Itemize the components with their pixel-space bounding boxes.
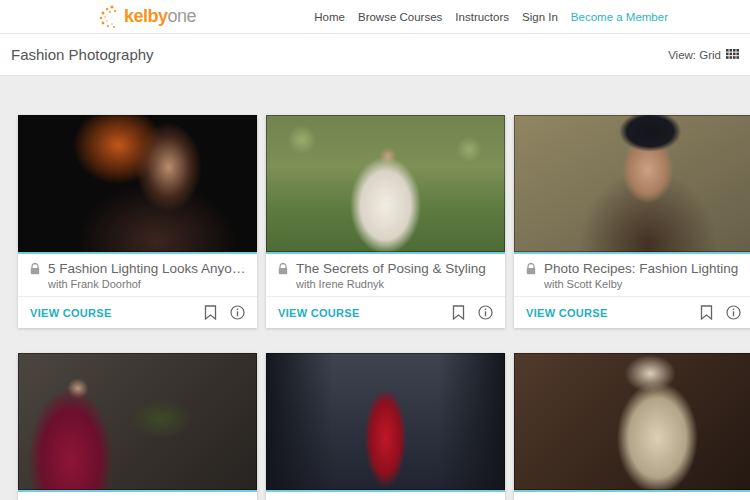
info-icon[interactable] [230,305,245,320]
course-title-row[interactable]: The Secrets of Posing & Styling [278,261,495,276]
course-grid: 5 Fashion Lighting Looks Anyone Can ... … [18,115,750,500]
grid-view-icon [726,49,739,60]
view-course-button[interactable]: VIEW COURSE [30,307,112,319]
logo-starburst-icon [98,4,120,30]
course-card: Photo Recipes: Fashion Lighting with Sco… [514,115,750,328]
bookmark-icon[interactable] [204,305,217,320]
course-thumbnail[interactable] [18,115,257,254]
view-mode-label: View: Grid [668,49,721,61]
bookmark-icon[interactable] [452,305,465,320]
kelbyone-logo[interactable]: kelbyone [98,4,196,30]
course-instructor: with Frank Doorhof [48,278,247,290]
course-thumbnail[interactable] [514,353,750,492]
course-title-row[interactable]: 5 Fashion Lighting Looks Anyone Can ... [30,261,247,276]
top-navigation-bar: kelbyone Home Browse Courses Instructors… [0,0,750,34]
nav-home[interactable]: Home [314,11,345,23]
course-title: Photo Recipes: Fashion Lighting [544,261,738,276]
course-card: Coaching the Model and Making it Work VI… [514,353,750,500]
course-card: The Secrets of Posing & Styling with Ire… [266,115,505,328]
nav-sign-in[interactable]: Sign In [522,11,558,23]
nav-links: Home Browse Courses Instructors Sign In … [314,11,750,23]
info-icon[interactable] [478,305,493,320]
logo-text-kelby: kelby [124,6,168,27]
lock-icon [526,263,536,275]
logo-text-one: one [168,6,197,27]
course-instructor: with Scott Kelby [544,278,743,290]
course-card: 5 Fashion Lighting Looks Anyone Can ... … [18,115,257,328]
course-title: The Secrets of Posing & Styling [296,261,486,276]
course-grid-area: 5 Fashion Lighting Looks Anyone Can ... … [0,76,750,500]
view-mode-control[interactable]: View: Grid [668,49,739,61]
course-card: Shooting Fashion on Location VIEW COURSE [266,353,505,500]
course-thumbnail[interactable] [266,353,505,492]
view-course-button[interactable]: VIEW COURSE [278,307,360,319]
bookmark-icon[interactable] [700,305,713,320]
nav-become-a-member[interactable]: Become a Member [571,11,668,23]
lock-icon [30,263,40,275]
course-title-row[interactable]: Photo Recipes: Fashion Lighting [526,261,743,276]
info-icon[interactable] [726,305,741,320]
course-thumbnail[interactable] [514,115,750,254]
course-instructor: with Irene Rudnyk [296,278,495,290]
course-title: 5 Fashion Lighting Looks Anyone Can ... [48,261,247,276]
view-course-button[interactable]: VIEW COURSE [526,307,608,319]
page-subheader: Fashion Photography View: Grid [0,34,750,76]
course-thumbnail[interactable] [266,115,505,254]
lock-icon [278,263,288,275]
nav-browse-courses[interactable]: Browse Courses [358,11,442,23]
course-thumbnail[interactable] [18,353,257,492]
course-card: Lighting Kits: High Fashion Looks on a S… [18,353,257,500]
nav-instructors[interactable]: Instructors [455,11,509,23]
page-title: Fashion Photography [11,46,154,63]
